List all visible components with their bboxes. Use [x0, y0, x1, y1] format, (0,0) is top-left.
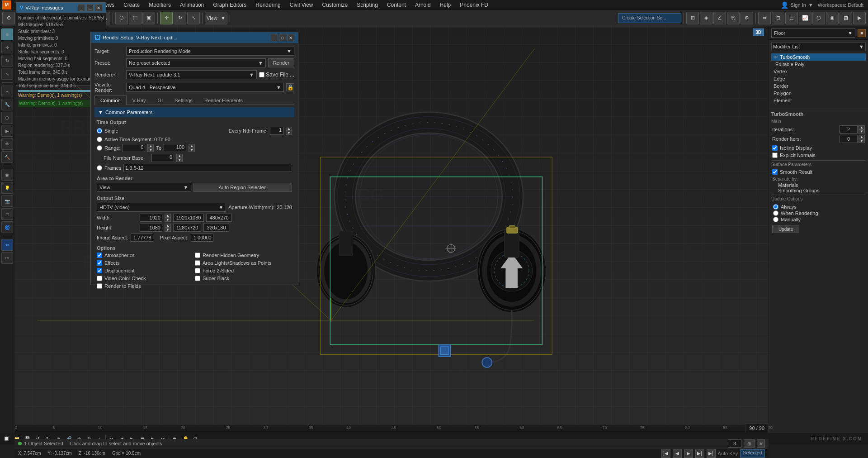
menu-civil-view[interactable]: Civil View [285, 0, 318, 10]
update-btn[interactable]: Update [772, 225, 799, 233]
floor-dropdown[interactable]: Floor ▼ [771, 29, 855, 38]
modifier-list-dropdown[interactable]: Modifier List ▼ [771, 42, 866, 51]
target-dropdown[interactable]: Production Rendering Mode ▼ [126, 47, 294, 56]
frames-radio[interactable] [97, 165, 102, 171]
toolbar-move-btn[interactable]: ✛ [160, 12, 173, 24]
toolbar-snap-btn[interactable]: ◈ [700, 12, 712, 24]
when-rendering-radio[interactable] [773, 210, 778, 216]
preset-dropdown[interactable]: No preset selected ▼ [126, 58, 266, 67]
frames-input[interactable] [123, 164, 292, 172]
height-down[interactable]: ▼ [165, 228, 171, 232]
height-input[interactable] [140, 224, 162, 232]
height-spin[interactable]: ▲ ▼ [165, 224, 171, 232]
left-tool-motion[interactable]: ▶ [1, 125, 13, 137]
bib-new-scene[interactable]: 🔲 [1, 434, 11, 444]
left-tool-helpers[interactable]: ◻ [1, 208, 13, 220]
left-tool-snap-3d[interactable]: 3D [1, 239, 13, 251]
toolbar-select-btn[interactable]: ⊕ [2, 12, 15, 24]
tab-render-elements[interactable]: Render Elements [198, 95, 249, 105]
toolbar-angle-snap-btn[interactable]: ∠ [713, 12, 726, 24]
frame-input-btn[interactable]: ⊞ [744, 439, 755, 448]
toolbar-curve-editor-btn[interactable]: 📈 [799, 12, 811, 24]
range-from-input[interactable]: 0 [123, 144, 145, 152]
preset-1920-btn[interactable]: 1920x1080 [173, 214, 204, 222]
toolbar-spinner-snap-btn[interactable]: ⚙ [741, 12, 753, 24]
toolbar-material-editor-btn[interactable]: ◉ [826, 12, 839, 24]
area-dropdown[interactable]: View ▼ [97, 183, 191, 192]
play-next-key[interactable]: ▶| [707, 449, 716, 458]
mod-vertex[interactable]: Vertex [771, 68, 866, 75]
iter-down[interactable]: ▼ [859, 129, 865, 134]
menu-animation[interactable]: Animation [175, 0, 208, 10]
tab-settings[interactable]: Settings [169, 95, 198, 105]
pixel-aspect-input[interactable] [191, 234, 213, 242]
range-to-spin[interactable]: ▲ ▼ [189, 144, 195, 152]
active-time-radio[interactable] [97, 137, 102, 142]
color-swatch[interactable]: ■ [858, 29, 866, 37]
tab-gi[interactable]: GI [152, 95, 169, 105]
super-black-checkbox[interactable] [195, 276, 200, 281]
toolbar-rotate-btn[interactable]: ↻ [174, 12, 186, 24]
play-btn[interactable]: ▶ [684, 449, 693, 458]
range-radio[interactable] [97, 145, 102, 151]
smooth-result-checkbox[interactable] [772, 169, 778, 175]
view-to-render-dropdown[interactable]: Quad 4 - Perspective ▼ [126, 83, 284, 92]
menu-modifiers[interactable]: Modifiers [144, 0, 175, 10]
preset-320-btn[interactable]: 320x180 [203, 224, 229, 232]
video-color-checkbox[interactable] [97, 276, 102, 281]
toolbar-grid-btn[interactable]: ⊞ [686, 12, 699, 24]
create-selection-set-btn[interactable]: Create Selection Se... [618, 13, 681, 23]
left-tool-hierarchy[interactable]: ⬡ [1, 112, 13, 124]
rs-close-btn[interactable]: ✕ [287, 34, 294, 41]
toolbar-align-btn[interactable]: ⊟ [772, 12, 784, 24]
left-tool-move[interactable]: ✛ [1, 42, 13, 53]
iterations-spin[interactable]: ▲ ▼ [859, 125, 865, 134]
close-frame-btn[interactable]: ✕ [757, 439, 765, 448]
tab-common[interactable]: Common [94, 95, 127, 105]
render-hidden-checkbox[interactable] [195, 253, 200, 258]
toolbar-select-obj-btn[interactable]: ⬡ [115, 12, 128, 24]
width-down[interactable]: ▼ [165, 218, 171, 222]
left-tool-rotate[interactable]: ↻ [1, 55, 13, 67]
selected-label[interactable]: Selected [740, 449, 765, 458]
menu-help[interactable]: Help [435, 0, 456, 10]
range-to-down[interactable]: ▼ [189, 148, 195, 152]
image-aspect-input[interactable] [131, 234, 153, 242]
current-frame-display[interactable]: 3 [728, 439, 741, 448]
displacement-checkbox[interactable] [97, 268, 102, 273]
toolbar-percent-snap-btn[interactable]: % [727, 12, 740, 24]
file-number-input[interactable]: 0 [151, 154, 174, 162]
auto-region-btn[interactable]: Auto Region Selected [193, 183, 292, 192]
left-tool-snap-2d[interactable]: 2D [1, 252, 13, 264]
rs-minimize-btn[interactable]: _ [271, 34, 278, 41]
vray-maximize-btn[interactable]: □ [86, 4, 94, 11]
common-params-header[interactable]: ▼ Common Parameters [94, 107, 294, 117]
toolbar-mirror-btn[interactable]: ⇔ [758, 12, 771, 24]
play-next-frame[interactable]: ▶| [695, 449, 704, 458]
mod-polygon[interactable]: Polygon [771, 90, 866, 97]
range-from-spin[interactable]: ▲ ▼ [147, 144, 154, 152]
manually-radio[interactable] [773, 217, 778, 222]
width-spin[interactable]: ▲ ▼ [165, 214, 171, 222]
play-prev-frame[interactable]: ◀ [673, 449, 682, 458]
menu-content[interactable]: Content [382, 0, 410, 10]
menu-scripting[interactable]: Scripting [352, 0, 382, 10]
renderer-dropdown[interactable]: V-Ray Next, update 3.1 ▼ [126, 70, 257, 79]
play-prev-key[interactable]: |◀ [661, 449, 670, 458]
toolbar-render-setup-btn[interactable]: 🖼 [840, 12, 852, 24]
range-from-down[interactable]: ▼ [147, 148, 154, 152]
menu-create[interactable]: Create [119, 0, 144, 10]
render-iters-spin[interactable]: ▲ ▼ [859, 135, 865, 143]
menu-rendering[interactable]: Rendering [251, 0, 285, 10]
toolbar-scale-btn[interactable]: ⤡ [187, 12, 200, 24]
save-file-checkbox[interactable] [259, 72, 264, 77]
toolbar-layer-btn[interactable]: ☰ [785, 12, 798, 24]
left-tool-materials[interactable]: ◉ [1, 169, 13, 181]
timeline-track[interactable]: 0 5 10 15 20 25 30 35 40 45 50 55 60 65 … [14, 424, 769, 433]
menu-customize[interactable]: Customize [318, 0, 353, 10]
area-lights-checkbox[interactable] [195, 260, 200, 266]
menu-graph-editors[interactable]: Graph Editors [208, 0, 251, 10]
preset-1280-btn[interactable]: 1280x720 [173, 224, 201, 232]
render-button[interactable]: Render [268, 58, 294, 67]
iter-up[interactable]: ▲ [859, 125, 865, 129]
